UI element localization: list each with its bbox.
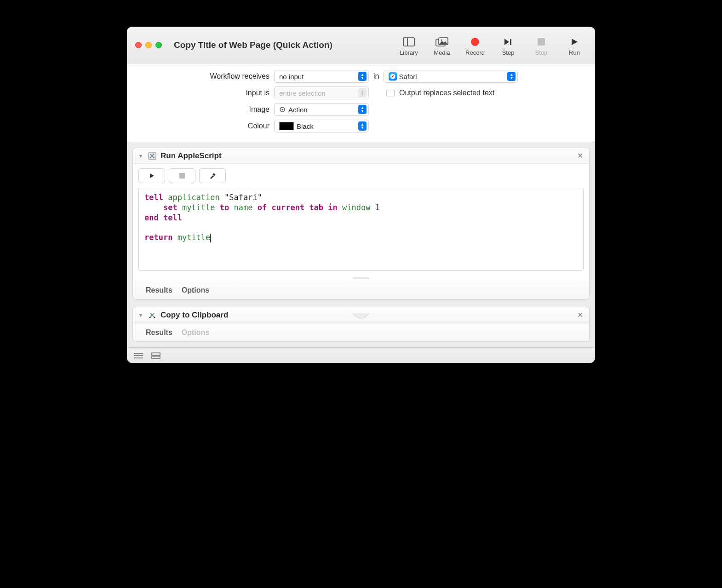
stop-label: Stop <box>535 49 548 56</box>
results-tab[interactable]: Results <box>146 286 172 294</box>
play-icon <box>149 173 155 179</box>
media-label: Media <box>434 49 450 56</box>
close-window-button[interactable] <box>135 42 142 48</box>
action-title: Run AppleScript <box>160 151 222 161</box>
automator-window: Copy Title of Web Page (Quick Action) Li… <box>127 27 595 363</box>
close-icon[interactable]: ✕ <box>575 311 584 319</box>
image-label: Image <box>136 105 269 114</box>
action-title: Copy to Clipboard <box>160 311 228 320</box>
quick-action-settings: Workflow receives no input ▲▼ in Safari … <box>127 63 595 142</box>
chevron-updown-icon: ▲▼ <box>358 105 367 114</box>
close-icon[interactable]: ✕ <box>575 151 584 160</box>
application-select[interactable]: Safari ▲▼ <box>384 70 518 83</box>
svg-point-24 <box>134 353 135 354</box>
colour-value: Black <box>297 122 314 130</box>
workflow-receives-value: no input <box>279 73 304 81</box>
safari-icon <box>389 72 397 81</box>
variables-view-button[interactable] <box>151 352 161 359</box>
workflow-receives-select[interactable]: no input ▲▼ <box>274 70 369 83</box>
action-header[interactable]: ▼ Copy to Clipboard ✕ <box>133 307 589 323</box>
svg-rect-27 <box>152 353 160 355</box>
svg-point-5 <box>471 38 479 46</box>
record-button[interactable]: Record <box>463 35 487 56</box>
run-icon <box>570 35 579 48</box>
step-label: Step <box>502 49 515 56</box>
record-label: Record <box>465 49 485 56</box>
output-replaces-label: Output replaces selected text <box>399 89 494 97</box>
script-stop-button[interactable] <box>169 168 195 183</box>
minimize-window-button[interactable] <box>145 42 152 48</box>
script-editor[interactable]: tell application "Safari" set mytitle to… <box>138 188 584 271</box>
chevron-updown-icon: ▲▼ <box>507 72 516 81</box>
colour-swatch <box>279 122 294 130</box>
disclosure-down-icon[interactable]: ▼ <box>138 312 144 318</box>
options-tab: Options <box>182 329 209 337</box>
record-icon <box>470 35 480 48</box>
image-select[interactable]: Action ▲▼ <box>274 103 369 116</box>
results-tab[interactable]: Results <box>146 329 172 337</box>
input-is-label: Input is <box>136 89 269 97</box>
disclosure-down-icon[interactable]: ▼ <box>138 153 144 159</box>
action-footer: Results Options <box>133 323 589 341</box>
library-button[interactable]: Library <box>396 35 421 56</box>
workflow-canvas[interactable]: ▼ Run AppleScript ✕ tell application "Sa… <box>127 142 595 347</box>
input-is-value: entire selection <box>279 89 326 97</box>
clipboard-icon <box>148 311 157 320</box>
workflow-receives-label: Workflow receives <box>136 72 269 81</box>
svg-marker-16 <box>150 173 154 178</box>
gear-icon <box>279 106 286 113</box>
colour-label: Colour <box>136 122 269 130</box>
svg-point-19 <box>149 317 151 318</box>
svg-point-4 <box>441 40 442 41</box>
media-icon <box>435 35 448 48</box>
action-run-applescript: ▼ Run AppleScript ✕ tell application "Sa… <box>132 148 590 300</box>
step-button[interactable]: Step <box>496 35 521 56</box>
run-button[interactable]: Run <box>562 35 587 56</box>
svg-point-26 <box>134 357 135 358</box>
svg-rect-8 <box>538 38 545 46</box>
run-label: Run <box>569 49 580 56</box>
chevron-updown-icon: ▲▼ <box>358 121 367 131</box>
chevron-updown-icon: ▲▼ <box>358 72 367 81</box>
log-view-button[interactable] <box>133 352 143 359</box>
media-button[interactable]: Media <box>430 35 454 56</box>
library-icon <box>403 35 415 48</box>
svg-point-14 <box>282 109 283 110</box>
svg-marker-9 <box>572 39 578 45</box>
script-compile-button[interactable] <box>199 168 226 183</box>
toolbar: Library Media Record Step <box>396 34 587 56</box>
output-replaces-checkbox[interactable] <box>386 89 395 97</box>
in-label: in <box>373 72 379 81</box>
library-label: Library <box>400 49 418 56</box>
application-value: Safari <box>399 73 417 81</box>
script-toolbar <box>133 164 589 183</box>
options-tab[interactable]: Options <box>182 286 209 294</box>
svg-rect-0 <box>403 38 414 46</box>
zoom-window-button[interactable] <box>155 42 162 48</box>
svg-rect-7 <box>510 39 511 45</box>
action-header[interactable]: ▼ Run AppleScript ✕ <box>133 148 589 164</box>
status-bar <box>127 347 595 363</box>
stop-icon <box>538 35 545 48</box>
resize-handle[interactable] <box>133 276 589 281</box>
hammer-icon <box>209 172 216 179</box>
stop-button: Stop <box>529 35 554 56</box>
script-run-button[interactable] <box>138 168 165 183</box>
svg-point-20 <box>154 317 155 318</box>
svg-rect-17 <box>179 173 185 179</box>
action-footer: Results Options <box>133 281 589 299</box>
applescript-icon <box>148 151 157 161</box>
colour-select[interactable]: Black ▲▼ <box>274 120 369 133</box>
input-is-select: entire selection ▲▼ <box>274 86 369 99</box>
action-copy-to-clipboard: ▼ Copy to Clipboard ✕ Results Options <box>132 307 590 342</box>
svg-marker-6 <box>504 39 509 45</box>
window-title: Copy Title of Web Page (Quick Action) <box>174 40 332 50</box>
chevron-updown-icon: ▲▼ <box>358 88 367 98</box>
step-icon <box>504 35 513 48</box>
svg-rect-28 <box>152 356 160 358</box>
svg-point-25 <box>134 355 135 356</box>
image-value: Action <box>288 106 308 114</box>
window-controls <box>135 42 162 48</box>
titlebar: Copy Title of Web Page (Quick Action) Li… <box>127 27 595 63</box>
stop-icon <box>179 173 185 179</box>
